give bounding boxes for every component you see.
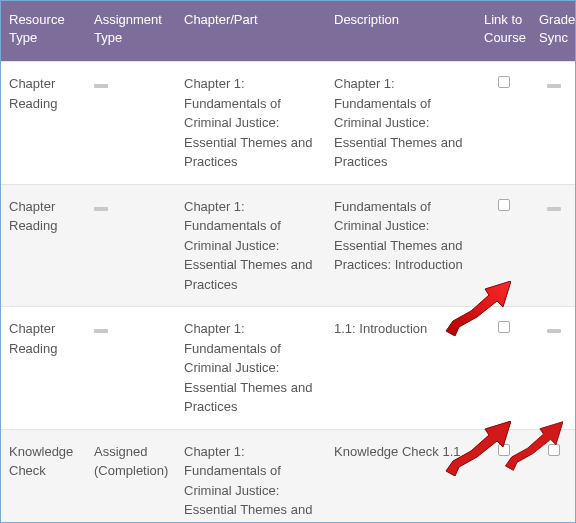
cell-grade-sync [531, 184, 576, 307]
dash-icon [547, 329, 561, 333]
link-to-course-checkbox[interactable] [498, 199, 510, 211]
table-row: Chapter Reading Chapter 1: Fundamentals … [1, 184, 576, 307]
cell-chapter-part: Chapter 1: Fundamentals of Criminal Just… [176, 62, 326, 185]
cell-description: 1.1: Introduction [326, 307, 476, 430]
col-description: Description [326, 1, 476, 62]
col-assignment-type: Assignment Type [86, 1, 176, 62]
grade-sync-checkbox[interactable] [548, 444, 560, 456]
link-to-course-checkbox[interactable] [498, 321, 510, 333]
content-table: Resource Type Assignment Type Chapter/Pa… [1, 1, 576, 523]
cell-grade-sync [531, 62, 576, 185]
cell-assignment-type [86, 184, 176, 307]
dash-icon [547, 207, 561, 211]
cell-description: Chapter 1: Fundamentals of Criminal Just… [326, 62, 476, 185]
link-to-course-checkbox[interactable] [498, 444, 510, 456]
cell-resource-type: Chapter Reading [1, 184, 86, 307]
table-row: Chapter Reading Chapter 1: Fundamentals … [1, 307, 576, 430]
cell-assignment-type: Assigned (Completion) [86, 429, 176, 523]
cell-grade-sync [531, 307, 576, 430]
cell-chapter-part: Chapter 1: Fundamentals of Criminal Just… [176, 307, 326, 430]
dash-icon [547, 84, 561, 88]
cell-resource-type: Chapter Reading [1, 62, 86, 185]
cell-assignment-type [86, 307, 176, 430]
table-row: Chapter Reading Chapter 1: Fundamentals … [1, 62, 576, 185]
content-table-container: Resource Type Assignment Type Chapter/Pa… [0, 0, 576, 523]
col-chapter-part: Chapter/Part [176, 1, 326, 62]
cell-description: Knowledge Check 1.1 [326, 429, 476, 523]
cell-link-to-course [476, 429, 531, 523]
cell-resource-type: Chapter Reading [1, 307, 86, 430]
table-row: Knowledge Check Assigned (Completion) Ch… [1, 429, 576, 523]
cell-grade-sync [531, 429, 576, 523]
header-row: Resource Type Assignment Type Chapter/Pa… [1, 1, 576, 62]
cell-link-to-course [476, 307, 531, 430]
cell-link-to-course [476, 62, 531, 185]
dash-icon [94, 329, 108, 333]
cell-description: Fundamentals of Criminal Justice: Essent… [326, 184, 476, 307]
dash-icon [94, 207, 108, 211]
col-grade-sync: Grade Sync [531, 1, 576, 62]
dash-icon [94, 84, 108, 88]
cell-chapter-part: Chapter 1: Fundamentals of Criminal Just… [176, 184, 326, 307]
cell-resource-type: Knowledge Check [1, 429, 86, 523]
link-to-course-checkbox[interactable] [498, 76, 510, 88]
cell-link-to-course [476, 184, 531, 307]
cell-assignment-type [86, 62, 176, 185]
cell-chapter-part: Chapter 1: Fundamentals of Criminal Just… [176, 429, 326, 523]
col-link-to-course: Link to Course [476, 1, 531, 62]
col-resource-type: Resource Type [1, 1, 86, 62]
